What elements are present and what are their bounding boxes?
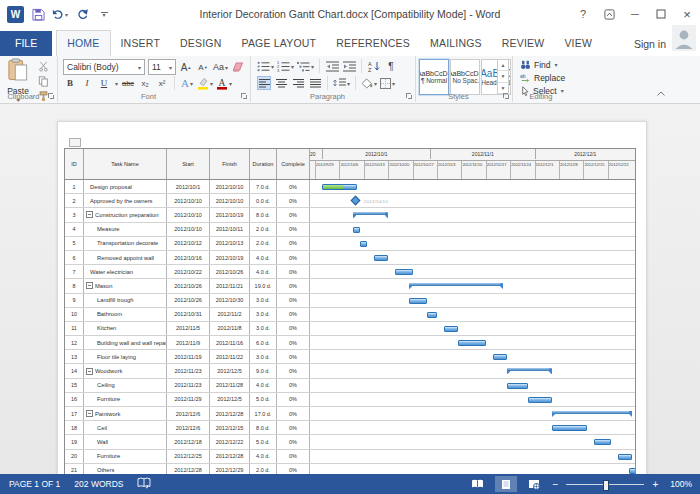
task-id-cell[interactable]: 1 — [65, 180, 84, 193]
word-count[interactable]: 202 WORDS — [74, 479, 123, 489]
task-finish-cell[interactable]: 2012/10/13 — [210, 237, 250, 250]
gantt-bar[interactable] — [594, 439, 611, 445]
task-complete-cell[interactable]: 0% — [277, 464, 310, 474]
zoom-slider[interactable] — [566, 484, 644, 485]
task-name-cell[interactable]: Furniture — [84, 450, 167, 463]
task-id-cell[interactable]: 11 — [65, 322, 84, 335]
task-name-cell[interactable]: Water electrician — [84, 265, 167, 278]
task-id-cell[interactable]: 7 — [65, 265, 84, 278]
task-finish-cell[interactable]: 2012/11/22 — [210, 350, 250, 363]
replace-button[interactable]: ab Replace — [520, 72, 565, 83]
line-spacing-button[interactable]: ▾ — [333, 76, 350, 90]
task-complete-cell[interactable]: 0% — [277, 322, 310, 335]
task-complete-cell[interactable]: 0% — [277, 421, 310, 434]
tab-references[interactable]: REFERENCES — [326, 31, 420, 56]
strikethrough-button[interactable]: abc — [121, 76, 135, 90]
task-id-cell[interactable]: 17 — [65, 407, 84, 420]
increase-indent-button[interactable] — [342, 59, 356, 73]
task-finish-cell[interactable]: 2012/12/22 — [210, 435, 250, 448]
task-finish-cell[interactable]: 2012/12/28 — [210, 450, 250, 463]
multilevel-list-button[interactable]: ▾ — [297, 59, 314, 73]
task-id-cell[interactable]: 20 — [65, 450, 84, 463]
task-id-cell[interactable]: 19 — [65, 435, 84, 448]
qat-customize-icon[interactable]: ▾ — [96, 6, 112, 22]
save-icon[interactable] — [30, 6, 46, 22]
task-name-cell[interactable]: Landfill trough — [84, 294, 167, 307]
undo-dropdown-icon[interactable]: ▾ — [65, 11, 68, 18]
gantt-bar[interactable] — [618, 454, 632, 460]
task-complete-cell[interactable]: 0% — [277, 379, 310, 392]
zoom-slider-thumb[interactable] — [603, 480, 609, 491]
task-start-cell[interactable]: 2012/10/26 — [167, 279, 210, 292]
task-name-cell[interactable]: Ceiling — [84, 379, 167, 392]
collapse-box-icon[interactable] — [86, 410, 93, 417]
task-finish-cell[interactable]: 2012/12/29 — [210, 464, 250, 474]
close-button[interactable]: × — [674, 3, 700, 25]
column-header[interactable]: Finish — [210, 149, 250, 179]
task-id-cell[interactable]: 3 — [65, 208, 84, 221]
gantt-bar[interactable] — [374, 255, 388, 261]
task-duration-cell[interactable]: 2.0 d. — [250, 464, 277, 474]
task-finish-cell[interactable]: 2012/10/30 — [210, 294, 250, 307]
task-name-cell[interactable]: Design proposal — [84, 180, 167, 193]
task-duration-cell[interactable]: 4.0 d. — [250, 251, 277, 264]
task-id-cell[interactable]: 10 — [65, 308, 84, 321]
task-id-cell[interactable]: 16 — [65, 393, 84, 406]
help-button[interactable]: ? — [570, 3, 596, 25]
task-start-cell[interactable]: 2012/10/10 — [167, 194, 210, 207]
task-finish-cell[interactable]: 2012/10/19 — [210, 208, 250, 221]
cut-icon[interactable] — [36, 59, 50, 73]
collapse-box-icon[interactable] — [86, 211, 93, 218]
task-complete-cell[interactable]: 0% — [277, 237, 310, 250]
task-duration-cell[interactable]: 2.0 d. — [250, 237, 277, 250]
font-color-button[interactable]: A▾ — [216, 76, 232, 90]
maximize-button[interactable] — [648, 3, 674, 25]
gantt-bar[interactable] — [458, 340, 486, 346]
justify-button[interactable] — [308, 76, 322, 90]
task-duration-cell[interactable]: 17.0 d. — [250, 407, 277, 420]
highlight-color-button[interactable]: ▾ — [197, 76, 213, 90]
task-complete-cell[interactable]: 0% — [277, 350, 310, 363]
font-size-combo[interactable]: 11▾ — [148, 59, 176, 75]
gantt-milestone[interactable] — [350, 196, 360, 206]
superscript-button[interactable]: x² — [155, 76, 169, 90]
styles-scroll-up-icon[interactable]: ▲ — [498, 60, 508, 71]
task-id-cell[interactable]: 5 — [65, 237, 84, 250]
gantt-table[interactable]: IDTask NameStartFinishDurationComplete20… — [64, 148, 636, 474]
task-start-cell[interactable]: 2012/12/25 — [167, 450, 210, 463]
task-finish-cell[interactable]: 2012/12/28 — [210, 407, 250, 420]
borders-button[interactable]: ▾ — [380, 76, 395, 90]
task-complete-cell[interactable]: 0% — [277, 208, 310, 221]
task-name-cell[interactable]: Transportation decorate — [84, 237, 167, 250]
task-start-cell[interactable]: 2012/10/10 — [167, 208, 210, 221]
task-start-cell[interactable]: 2012/10/12 — [167, 237, 210, 250]
task-duration-cell[interactable]: 4.0 d. — [250, 265, 277, 278]
grow-font-button[interactable]: A▲ — [179, 60, 193, 74]
task-complete-cell[interactable]: 0% — [277, 336, 310, 349]
task-duration-cell[interactable]: 2.0 d. — [250, 223, 277, 236]
subscript-button[interactable]: x₂ — [138, 76, 152, 90]
task-name-cell[interactable]: Mason — [84, 279, 167, 292]
bullets-button[interactable]: ▾ — [257, 59, 274, 73]
gantt-bar[interactable] — [427, 312, 437, 318]
gantt-bar[interactable] — [493, 354, 507, 360]
task-id-cell[interactable]: 18 — [65, 421, 84, 434]
task-name-cell[interactable]: Ceil — [84, 421, 167, 434]
task-name-cell[interactable]: Paintwork — [84, 407, 167, 420]
task-start-cell[interactable]: 2012/10/26 — [167, 294, 210, 307]
align-center-button[interactable] — [274, 76, 288, 90]
styles-scrollbar[interactable]: ▲ ▼ ▼ — [497, 59, 509, 95]
task-start-cell[interactable]: 2012/12/28 — [167, 464, 210, 474]
redo-icon[interactable] — [74, 6, 90, 22]
task-start-cell[interactable]: 2012/11/23 — [167, 364, 210, 377]
task-start-cell[interactable]: 2012/12/6 — [167, 421, 210, 434]
task-start-cell[interactable]: 2012/10/31 — [167, 308, 210, 321]
task-duration-cell[interactable]: 3.0 d. — [250, 350, 277, 363]
shading-button[interactable]: ▾ — [361, 76, 377, 90]
read-mode-button[interactable] — [467, 476, 489, 492]
task-complete-cell[interactable]: 0% — [277, 407, 310, 420]
task-finish-cell[interactable]: 2012/11/16 — [210, 336, 250, 349]
task-duration-cell[interactable]: 8.0 d. — [250, 208, 277, 221]
task-duration-cell[interactable]: 5.0 d. — [250, 435, 277, 448]
change-case-button[interactable]: Aa▾ — [213, 60, 228, 74]
